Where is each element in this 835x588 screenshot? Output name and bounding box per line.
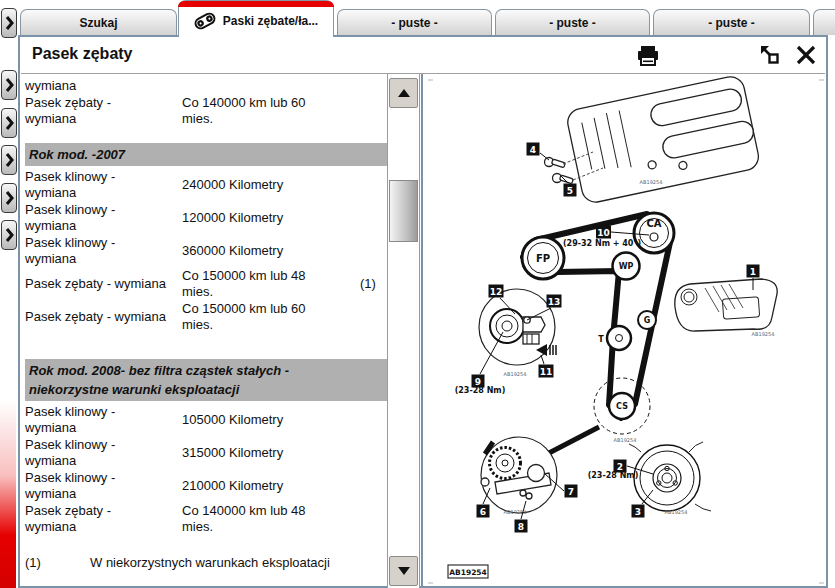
side-chevron-button[interactable]	[1, 70, 17, 100]
svg-text:4: 4	[530, 145, 536, 155]
content-panel: Pasek zębaty wy	[18, 35, 828, 588]
row-value: 120000 Kilometry	[182, 210, 360, 226]
sub-figure-ref: AB19254	[665, 509, 688, 515]
pulley-label-fp: FP	[536, 253, 550, 264]
printer-icon	[636, 45, 660, 67]
callout-13: 13	[547, 295, 562, 308]
row-value: Co 140000 km lub 60 mies.	[182, 95, 360, 127]
svg-text:3: 3	[635, 507, 641, 517]
tab-puste-3[interactable]: - puste -	[653, 9, 810, 35]
chevron-right-icon	[5, 191, 14, 205]
table-row: Pasek zębaty - wymiana Co 150000 km lub …	[25, 300, 387, 333]
belt-cover-sketch: AB19254	[675, 279, 777, 337]
section-header: Rok mod. -2007	[25, 143, 387, 166]
red-fade-strip	[0, 400, 16, 588]
pulley-g: G	[638, 311, 656, 329]
figure-ref-box: AB19254	[448, 565, 488, 578]
table-row: Pasek zębaty - wymiana Co 140000 km lub …	[25, 502, 387, 535]
svg-text:13: 13	[548, 297, 561, 307]
callout-8: 8	[515, 520, 528, 533]
svg-text:6: 6	[480, 507, 486, 517]
magnifier-leader	[549, 427, 599, 453]
active-tab-accent	[178, 1, 334, 7]
side-chevron-button[interactable]	[1, 8, 17, 38]
sub-figure-ref: AB19254	[504, 371, 527, 377]
tab-label: - puste -	[549, 16, 596, 30]
row-value: Co 140000 km lub 48 mies.	[182, 503, 360, 535]
tab-puste-2[interactable]: - puste -	[495, 9, 650, 35]
row-label: Pasek klinowy - wymiana	[25, 202, 182, 234]
table-row: Pasek klinowy - wymiana 120000 Kilometry	[25, 201, 387, 234]
svg-text:11: 11	[540, 367, 553, 377]
side-chevron-button[interactable]	[1, 108, 17, 138]
row-value: 105000 Kilometry	[182, 412, 360, 428]
chevron-right-icon	[5, 78, 14, 92]
scrollbar-thumb[interactable]	[389, 180, 418, 242]
tab-filler	[813, 9, 835, 35]
svg-text:8: 8	[518, 522, 524, 532]
svg-text:10: 10	[597, 228, 610, 238]
table-row: Pasek klinowy - wymiana 360000 Kilometry	[25, 234, 387, 267]
row-label: Pasek zębaty - wymiana	[25, 309, 182, 325]
svg-text:1: 1	[750, 267, 756, 277]
pulley-label-cs: CS	[616, 402, 628, 411]
tab-label: Szukaj	[79, 16, 117, 30]
tab-szukaj[interactable]: Szukaj	[20, 9, 177, 35]
footnote-number: (1)	[25, 555, 90, 571]
chevron-right-icon	[5, 116, 14, 130]
svg-text:12: 12	[490, 287, 503, 297]
side-chevron-button[interactable]	[1, 220, 17, 250]
row-label: wymiana	[25, 78, 182, 94]
callout-4: 4	[527, 143, 540, 156]
close-icon	[794, 43, 818, 67]
callout-3: 3	[632, 505, 645, 518]
row-value: 360000 Kilometry	[182, 243, 360, 259]
side-chevron-button[interactable]	[1, 183, 17, 213]
scroll-up-button[interactable]	[389, 78, 418, 108]
callout-9: 9	[472, 375, 485, 388]
table-row: Pasek klinowy - wymiana 315000 Kilometry	[25, 436, 387, 469]
sub-figure-ref: AB19254	[614, 437, 637, 443]
close-button[interactable]	[794, 43, 818, 67]
timing-belt-diagram: AB19254 FP	[423, 74, 829, 588]
row-value: 240000 Kilometry	[182, 177, 360, 193]
service-intervals-table: wymiana Pasek zębaty - wymiana Co 140000…	[23, 74, 387, 584]
side-chevron-button[interactable]	[1, 145, 17, 175]
row-value: 210000 Kilometry	[182, 478, 360, 494]
sub-figure-ref: AB19254	[640, 179, 663, 185]
svg-text:5: 5	[567, 186, 573, 196]
timing-belt-icon	[194, 12, 216, 30]
callout-6: 6	[477, 505, 490, 518]
callout-1: 1	[747, 265, 760, 278]
chevron-right-icon	[5, 153, 14, 167]
row-value: Co 150000 km lub 60 mies.	[182, 301, 360, 333]
table-row: Pasek klinowy - wymiana 210000 Kilometry	[25, 469, 387, 502]
tab-puste-1[interactable]: - puste -	[337, 9, 492, 35]
row-label: Pasek klinowy - wymiana	[25, 169, 182, 201]
pulley-cs: CS AB19254	[594, 378, 650, 443]
row-label: Pasek zębaty - wymiana	[25, 503, 182, 535]
row-label: Pasek klinowy - wymiana	[25, 235, 182, 267]
vertical-scrollbar[interactable]	[387, 74, 420, 588]
tab-label: - puste -	[391, 16, 438, 30]
row-label: Pasek zębaty - wymiana	[25, 95, 182, 127]
pulley-t: T	[598, 326, 631, 350]
table-row: Pasek klinowy - wymiana 240000 Kilometry	[25, 168, 387, 201]
row-label: Pasek klinowy - wymiana	[25, 470, 182, 502]
restore-window-button[interactable]	[759, 44, 781, 66]
svg-text:7: 7	[568, 487, 574, 497]
pulley-label-ca: CA	[646, 218, 661, 229]
scroll-down-button[interactable]	[389, 556, 418, 586]
pulley-label-t: T	[598, 335, 604, 344]
pulley-label-g: G	[644, 316, 651, 325]
tab-label: Paski zębate/ła...	[223, 14, 318, 28]
print-button[interactable]	[636, 45, 660, 67]
row-value: 315000 Kilometry	[182, 445, 360, 461]
row-label: Pasek zębaty - wymiana	[25, 276, 182, 292]
table-row: Pasek zębaty - wymiana Co 140000 km lub …	[25, 94, 387, 127]
tab-paski-zebate[interactable]: Paski zębate/ła...	[178, 0, 334, 37]
crank-pulley-sketch: AB19254	[629, 442, 711, 515]
footnote: (1) W niekorzystnych warunkach eksploata…	[25, 555, 387, 571]
triangle-up-icon	[398, 89, 410, 97]
footnote-text: W niekorzystnych warunkach eksploatacji	[90, 555, 330, 571]
